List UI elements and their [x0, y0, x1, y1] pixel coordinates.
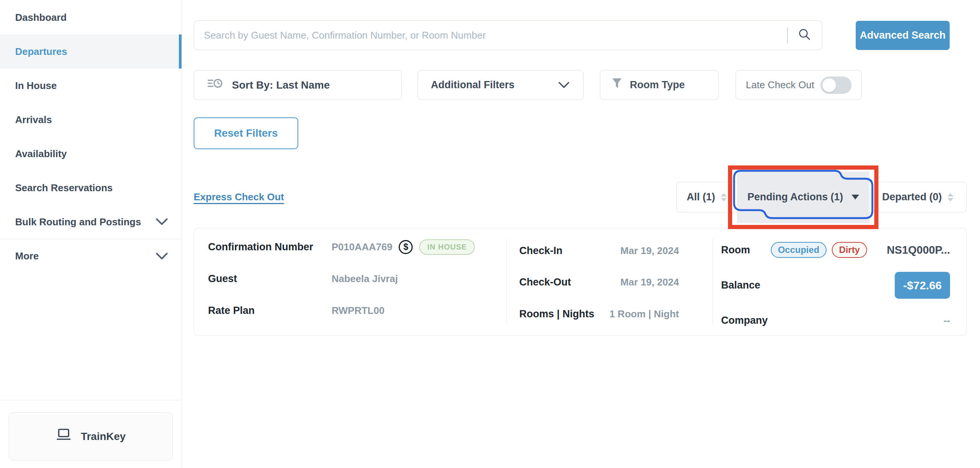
- tab-all-label: All (1): [687, 191, 715, 203]
- sidebar-item-label: Dashboard: [15, 12, 67, 24]
- trainkey-label: TrainKey: [81, 430, 126, 443]
- additional-filters-label: Additional Filters: [431, 79, 515, 91]
- search-divider: [787, 27, 788, 43]
- toggle-knob: [822, 78, 836, 92]
- card-column-room-balance: Room Occupied Dirty NS1Q000P... Balance …: [713, 228, 966, 335]
- main-content: Advanced Search Sort By: Last Name: [182, 0, 980, 468]
- guest-row: Guest Nabeela Jivraj: [208, 271, 496, 287]
- sort-by-dropdown[interactable]: Sort By: Last Name: [194, 70, 402, 100]
- check-in-row: Check-In Mar 19, 2024: [519, 243, 679, 258]
- rate-plan-value: RWPRTL00: [332, 305, 385, 317]
- room-type-label: Room Type: [630, 79, 685, 91]
- sort-icon: [207, 77, 223, 93]
- sidebar: Dashboard Departures In House Arrivals A…: [0, 0, 182, 468]
- trainkey-button[interactable]: TrainKey: [9, 412, 173, 460]
- balance-label: Balance: [721, 279, 760, 291]
- rooms-nights-label: Rooms | Nights: [519, 308, 594, 320]
- room-row: Room Occupied Dirty NS1Q000P...: [721, 242, 950, 258]
- tab-departed-label: Departed (0): [882, 191, 942, 203]
- laptop-icon: [56, 428, 72, 444]
- dollar-circle-icon: $: [399, 240, 413, 254]
- reset-filters-button[interactable]: Reset Filters: [194, 117, 298, 149]
- sidebar-item-label: Arrivals: [15, 114, 52, 126]
- balance-amount-badge[interactable]: -$72.66: [895, 272, 950, 299]
- funnel-icon: [612, 78, 622, 92]
- chevron-down-icon: [557, 81, 570, 89]
- confirmation-label: Confirmation Number: [208, 241, 332, 253]
- rate-plan-label: Rate Plan: [208, 305, 332, 317]
- company-label: Company: [721, 315, 768, 327]
- tab-pending-actions[interactable]: Pending Actions (1): [737, 171, 869, 223]
- sort-carets-icon: [721, 193, 727, 201]
- tab-pending-actions-label: Pending Actions (1): [747, 191, 843, 203]
- sidebar-item-label: More: [15, 250, 39, 262]
- sidebar-item-dashboard[interactable]: Dashboard: [0, 0, 181, 35]
- search-icon[interactable]: [798, 28, 811, 43]
- sidebar-item-more[interactable]: More: [0, 239, 181, 273]
- sidebar-item-label: In House: [15, 80, 57, 92]
- guest-value: Nabeela Jivraj: [332, 273, 398, 285]
- caret-down-icon: [851, 195, 859, 200]
- sidebar-item-bulk-routing-and-postings[interactable]: Bulk Routing and Postings: [0, 205, 181, 239]
- app-window: Dashboard Departures In House Arrivals A…: [0, 0, 980, 468]
- search-row: Advanced Search: [194, 21, 967, 50]
- check-out-value: Mar 19, 2024: [620, 276, 679, 288]
- company-value: --: [943, 315, 950, 327]
- sidebar-item-availability[interactable]: Availability: [0, 137, 181, 171]
- additional-filters-dropdown[interactable]: Additional Filters: [418, 70, 584, 100]
- rooms-nights-value: 1 Room | Night: [609, 308, 679, 320]
- room-label: Room: [721, 244, 771, 256]
- guest-label: Guest: [208, 273, 332, 285]
- confirmation-value: P010AAA769: [332, 241, 392, 253]
- sidebar-nav: Dashboard Departures In House Arrivals A…: [0, 0, 181, 273]
- occupied-badge: Occupied: [771, 242, 827, 258]
- in-house-status-badge: IN HOUSE: [419, 239, 475, 255]
- check-out-row: Check-Out Mar 19, 2024: [519, 275, 679, 290]
- departure-status-tabs: All (1) Pending Actions (1) Departed (0): [676, 182, 967, 213]
- reset-row: Reset Filters: [194, 117, 967, 149]
- reservation-card[interactable]: Confirmation Number P010AAA769 $ IN HOUS…: [194, 228, 967, 336]
- filter-row: Sort By: Last Name Additional Filters Ro…: [194, 70, 967, 100]
- chevron-down-icon: [154, 252, 169, 261]
- advanced-search-button[interactable]: Advanced Search: [856, 21, 950, 50]
- tab-departed[interactable]: Departed (0): [869, 191, 966, 203]
- check-in-value: Mar 19, 2024: [620, 245, 679, 257]
- sort-carets-icon: [947, 193, 953, 201]
- sidebar-item-label: Search Reservations: [15, 182, 113, 194]
- confirmation-row: Confirmation Number P010AAA769 $ IN HOUS…: [208, 239, 496, 255]
- rate-plan-row: Rate Plan RWPRTL00: [208, 303, 496, 318]
- sidebar-footer: TrainKey: [0, 400, 181, 468]
- tab-all[interactable]: All (1): [676, 191, 737, 203]
- card-column-guest-info: Confirmation Number P010AAA769 $ IN HOUS…: [194, 228, 506, 335]
- sort-by-label: Sort By: Last Name: [232, 79, 330, 91]
- sidebar-item-search-reservations[interactable]: Search Reservations: [0, 171, 181, 205]
- card-column-stay-dates: Check-In Mar 19, 2024 Check-Out Mar 19, …: [507, 228, 713, 335]
- late-check-out-label: Late Check Out: [746, 79, 815, 91]
- sidebar-item-departures[interactable]: Departures: [0, 35, 181, 68]
- sidebar-item-in-house[interactable]: In House: [0, 68, 181, 103]
- sidebar-item-label: Bulk Routing and Postings: [15, 216, 141, 228]
- rooms-nights-row: Rooms | Nights 1 Room | Night: [519, 306, 679, 322]
- check-out-label: Check-Out: [519, 276, 571, 288]
- balance-row: Balance -$72.66: [721, 272, 950, 299]
- express-check-out-link[interactable]: Express Check Out: [194, 191, 284, 203]
- sidebar-item-arrivals[interactable]: Arrivals: [0, 103, 181, 137]
- room-value: NS1Q000P...: [887, 244, 950, 256]
- list-header: Express Check Out All (1) Pending Action…: [194, 182, 967, 213]
- late-check-out-toggle[interactable]: [821, 76, 851, 94]
- room-status-badges: Occupied Dirty: [771, 242, 867, 258]
- check-in-label: Check-In: [519, 245, 562, 257]
- dirty-badge: Dirty: [832, 242, 867, 258]
- sidebar-item-label: Availability: [15, 148, 67, 160]
- search-input[interactable]: [203, 29, 783, 42]
- room-type-filter[interactable]: Room Type: [600, 70, 719, 100]
- sidebar-item-label: Departures: [15, 46, 67, 57]
- chevron-down-icon: [154, 217, 169, 227]
- search-box: [194, 21, 822, 50]
- late-check-out-filter: Late Check Out: [735, 70, 862, 100]
- company-row: Company --: [721, 313, 950, 328]
